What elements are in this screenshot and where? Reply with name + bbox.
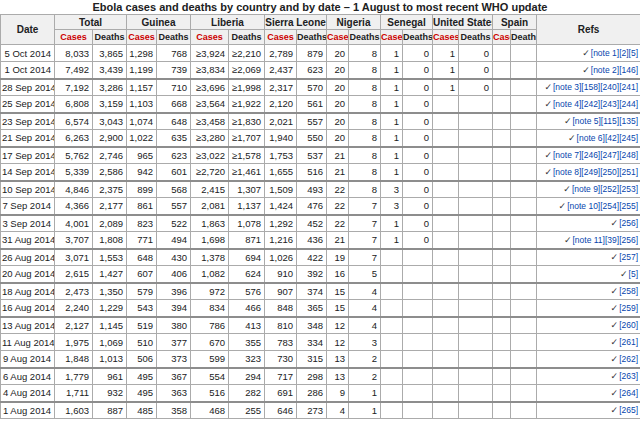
ref-link[interactable]: [115] bbox=[601, 116, 619, 126]
sub-header-deaths: Deaths bbox=[349, 30, 381, 45]
note-link[interactable]: [note 11] bbox=[573, 235, 605, 245]
table-row: 16 Aug 20142,2401,2295433948344668483651… bbox=[1, 300, 640, 317]
empty-cell bbox=[433, 147, 459, 164]
date-cell: 5 Oct 2014 bbox=[1, 45, 55, 62]
value-cell: 4 bbox=[349, 300, 381, 317]
value-cell: 355 bbox=[229, 334, 265, 351]
ref-link[interactable]: [241] bbox=[619, 82, 638, 92]
value-cell: 570 bbox=[297, 79, 327, 96]
ref-link[interactable]: [2] bbox=[619, 48, 628, 58]
header-date: Date bbox=[1, 15, 55, 45]
ref-link[interactable]: [146] bbox=[619, 65, 638, 75]
value-cell: ≥1,578 bbox=[229, 147, 265, 164]
ref-link[interactable]: [252] bbox=[600, 184, 619, 194]
ref-link[interactable]: [243] bbox=[600, 99, 619, 109]
ref-link[interactable]: [265] bbox=[619, 405, 638, 415]
ref-link[interactable]: [257] bbox=[619, 252, 638, 262]
check-icon: ✓ bbox=[611, 320, 619, 330]
ref-link[interactable]: [39] bbox=[605, 235, 619, 245]
value-cell: 3 bbox=[381, 198, 403, 215]
ref-link[interactable]: [253] bbox=[619, 184, 638, 194]
value-cell: 0 bbox=[403, 113, 433, 130]
ref-link[interactable]: [258] bbox=[619, 286, 638, 296]
ref-link[interactable]: [256] bbox=[619, 218, 638, 228]
empty-cell bbox=[511, 164, 537, 181]
value-cell: 2,177 bbox=[93, 198, 127, 215]
note-link[interactable]: [note 8] bbox=[553, 167, 581, 177]
empty-cell bbox=[493, 79, 511, 96]
value-cell: 1 bbox=[381, 232, 403, 249]
ref-link[interactable]: [262] bbox=[619, 354, 638, 364]
ref-link[interactable]: [42] bbox=[605, 133, 619, 143]
wiki-article-page: Ebola cases and deaths by country and by… bbox=[0, 0, 640, 444]
value-cell: 2,317 bbox=[265, 79, 297, 96]
value-cell: ≥1,461 bbox=[229, 164, 265, 181]
ref-link[interactable]: [254] bbox=[600, 201, 619, 211]
refs-cell: ✓[note 2][146] bbox=[537, 62, 640, 79]
note-link[interactable]: [note 2] bbox=[591, 65, 619, 75]
value-cell: 1 bbox=[381, 215, 403, 232]
ref-link[interactable]: [256] bbox=[619, 235, 638, 245]
note-link[interactable]: [note 10] bbox=[567, 201, 600, 211]
value-cell: 1,082 bbox=[191, 266, 229, 283]
value-cell: 1 bbox=[381, 96, 403, 113]
header-liberia: Liberia bbox=[191, 15, 265, 30]
date-cell: 31 Aug 2014 bbox=[1, 232, 55, 249]
empty-cell bbox=[433, 215, 459, 232]
note-link[interactable]: [note 1] bbox=[591, 48, 619, 58]
note-link[interactable]: [note 3] bbox=[553, 82, 581, 92]
ref-link[interactable]: [250] bbox=[600, 167, 619, 177]
ref-link[interactable]: [5] bbox=[629, 48, 638, 58]
empty-cell bbox=[511, 266, 537, 283]
note-link[interactable]: [note 9] bbox=[572, 184, 600, 194]
value-cell: 768 bbox=[157, 45, 191, 62]
value-cell: 452 bbox=[297, 215, 327, 232]
value-cell: 1,427 bbox=[93, 266, 127, 283]
value-cell: 466 bbox=[229, 300, 265, 317]
ref-link[interactable]: [158] bbox=[581, 82, 600, 92]
ref-link[interactable]: [244] bbox=[619, 99, 638, 109]
header-united-states: United States bbox=[433, 15, 493, 30]
ref-link[interactable]: [251] bbox=[619, 167, 638, 177]
value-cell: 568 bbox=[157, 181, 191, 198]
value-cell: ≥3,280 bbox=[191, 130, 229, 147]
ref-link[interactable]: [260] bbox=[619, 320, 638, 330]
ref-link[interactable]: [255] bbox=[619, 201, 638, 211]
ref-link[interactable]: [245] bbox=[619, 133, 638, 143]
refs-cell: ✓[note 3][158][240][241] bbox=[537, 79, 640, 96]
ref-link[interactable]: [263] bbox=[619, 371, 638, 381]
empty-cell bbox=[433, 385, 459, 402]
note-link[interactable]: [note 7] bbox=[553, 150, 581, 160]
empty-cell bbox=[403, 385, 433, 402]
value-cell: 468 bbox=[191, 402, 229, 419]
ref-link[interactable]: [242] bbox=[581, 99, 600, 109]
ref-link[interactable]: [240] bbox=[600, 82, 619, 92]
note-link[interactable]: [note 6] bbox=[577, 133, 605, 143]
empty-cell bbox=[459, 351, 493, 368]
value-cell: 21 bbox=[327, 147, 349, 164]
ref-link[interactable]: [135] bbox=[619, 116, 638, 126]
ref-link[interactable]: [247] bbox=[600, 150, 619, 160]
ref-link[interactable]: [249] bbox=[581, 167, 600, 177]
check-icon: ✓ bbox=[544, 150, 552, 160]
header-senegal: Senegal bbox=[381, 15, 433, 30]
check-icon: ✓ bbox=[611, 371, 619, 381]
ref-link[interactable]: [261] bbox=[619, 337, 638, 347]
empty-cell bbox=[493, 130, 511, 147]
check-icon: ✓ bbox=[611, 286, 619, 296]
ref-link[interactable]: [5] bbox=[629, 269, 638, 279]
value-cell: 373 bbox=[157, 351, 191, 368]
empty-cell bbox=[493, 96, 511, 113]
note-link[interactable]: [note 4] bbox=[553, 99, 581, 109]
ref-link[interactable]: [264] bbox=[619, 388, 638, 398]
value-cell: 282 bbox=[229, 385, 265, 402]
ref-link[interactable]: [259] bbox=[619, 303, 638, 313]
table-row: 21 Sep 20146,2632,9001,022635≥3,280≥1,70… bbox=[1, 130, 640, 147]
value-cell: 599 bbox=[191, 351, 229, 368]
ref-link[interactable]: [246] bbox=[581, 150, 600, 160]
ref-link[interactable]: [248] bbox=[619, 150, 638, 160]
value-cell: 510 bbox=[127, 334, 157, 351]
note-link[interactable]: [note 5] bbox=[573, 116, 601, 126]
value-cell: 1,069 bbox=[93, 334, 127, 351]
check-icon: ✓ bbox=[564, 235, 572, 245]
